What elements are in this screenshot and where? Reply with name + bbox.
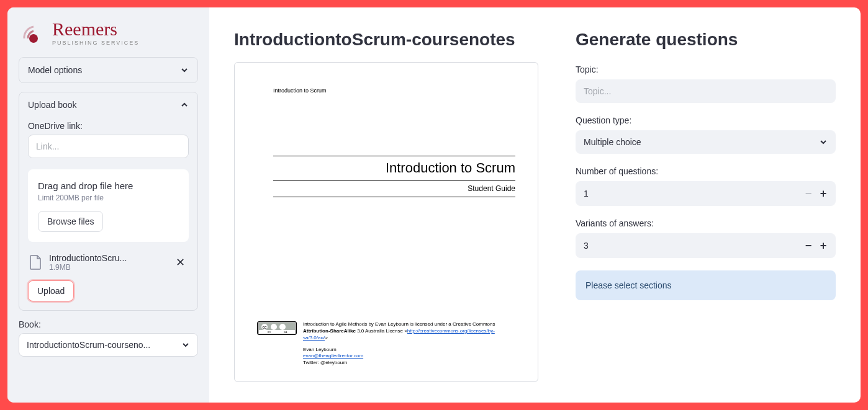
dropzone-limit: Limit 200MB per file <box>38 194 179 202</box>
cc-badge-icon: ccBYSA <box>257 321 297 335</box>
pdf-author-email[interactable]: evan@theagiledirector.com <box>303 353 515 360</box>
topic-label: Topic: <box>576 65 836 74</box>
generate-questions-form: Generate questions Topic: Question type:… <box>576 30 836 390</box>
question-type-value: Multiple choice <box>584 137 641 147</box>
license-text: Introduction to Agile Methods by Evan Le… <box>303 321 495 327</box>
uploaded-file-name: IntroductiontoScru... <box>49 253 166 263</box>
chevron-down-icon <box>181 341 190 349</box>
svg-point-5 <box>271 324 277 330</box>
svg-text:cc: cc <box>263 325 268 329</box>
license-text: 3.0 Australia License < <box>356 328 407 334</box>
remove-file-button[interactable]: ✕ <box>173 253 188 272</box>
file-icon <box>29 255 42 270</box>
question-type-select[interactable]: Multiple choice <box>576 130 836 154</box>
pdf-author-twitter: Twitter: @eleybourn <box>303 360 515 367</box>
model-options-toggle[interactable]: Model options <box>19 58 197 82</box>
svg-rect-2 <box>259 330 295 334</box>
svg-point-6 <box>279 324 286 330</box>
book-selector[interactable]: IntroductiontoScrum-courseno... <box>19 333 198 357</box>
app-window: Reemers PUBLISHING SERVICES Model option… <box>7 7 861 403</box>
chevron-down-icon <box>180 66 189 74</box>
onedrive-link-input[interactable] <box>28 135 189 158</box>
chevron-up-icon <box>180 100 189 109</box>
logo-icon <box>19 20 45 46</box>
variants-stepper: 3 − + <box>576 233 836 258</box>
form-heading: Generate questions <box>576 30 836 50</box>
onedrive-label: OneDrive link: <box>28 121 189 131</box>
main-content: IntroductiontoScrum-coursenotes Introduc… <box>209 7 861 403</box>
brand-name: Reemers <box>52 20 139 38</box>
pdf-author: Evan Leybourn <box>303 347 515 354</box>
uploaded-file-row: IntroductiontoScru... 1.9MB ✕ <box>28 253 189 272</box>
sidebar: Reemers PUBLISHING SERVICES Model option… <box>7 7 209 403</box>
svg-text:SA: SA <box>284 331 287 334</box>
dropzone-title: Drag and drop file here <box>38 180 179 191</box>
variants-value[interactable]: 3 <box>584 241 801 251</box>
uploaded-file-size: 1.9MB <box>49 263 166 272</box>
svg-text:BY: BY <box>268 331 271 334</box>
license-text: > <box>325 335 328 341</box>
document-filename-heading: IntroductiontoScrum-coursenotes <box>234 30 538 50</box>
question-type-label: Question type: <box>576 115 836 125</box>
upload-book-panel: Upload book OneDrive link: Drag and drop… <box>19 92 198 311</box>
upload-book-toggle[interactable]: Upload book <box>19 92 197 117</box>
info-message: Please select sections <box>576 270 836 300</box>
pdf-running-header: Introduction to Scrum <box>273 87 515 94</box>
brand-logo: Reemers PUBLISHING SERVICES <box>19 20 198 46</box>
variants-decrement[interactable]: − <box>801 238 816 253</box>
model-options-label: Model options <box>28 65 82 75</box>
model-options-panel: Model options <box>19 57 198 83</box>
upload-button[interactable]: Upload <box>28 280 74 301</box>
num-questions-decrement: − <box>801 186 816 201</box>
document-preview-column: IntroductiontoScrum-coursenotes Introduc… <box>234 30 538 390</box>
chevron-down-icon <box>819 138 828 146</box>
book-selector-label: Book: <box>19 319 198 329</box>
num-questions-value[interactable]: 1 <box>584 189 801 198</box>
num-questions-stepper: 1 − + <box>576 181 836 206</box>
book-selector-value: IntroductiontoScrum-courseno... <box>27 340 150 350</box>
pdf-license-block: ccBYSA Introduction to Agile Methods by … <box>257 321 515 367</box>
pdf-subtitle: Student Guide <box>257 184 515 193</box>
brand-subtitle: PUBLISHING SERVICES <box>52 40 139 46</box>
num-questions-increment[interactable]: + <box>816 186 831 201</box>
num-questions-label: Number of questions: <box>576 166 836 176</box>
topic-input[interactable] <box>576 79 836 103</box>
pdf-title: Introduction to Scrum <box>257 160 515 176</box>
variants-label: Variants of answers: <box>576 218 836 228</box>
license-bold: Attribution-ShareAlike <box>303 328 356 334</box>
browse-files-button[interactable]: Browse files <box>38 211 103 232</box>
file-dropzone[interactable]: Drag and drop file here Limit 200MB per … <box>28 169 189 242</box>
svg-point-0 <box>29 34 38 43</box>
pdf-page-preview: Introduction to Scrum Introduction to Sc… <box>234 62 538 382</box>
variants-increment[interactable]: + <box>816 238 831 253</box>
upload-book-label: Upload book <box>28 100 77 110</box>
